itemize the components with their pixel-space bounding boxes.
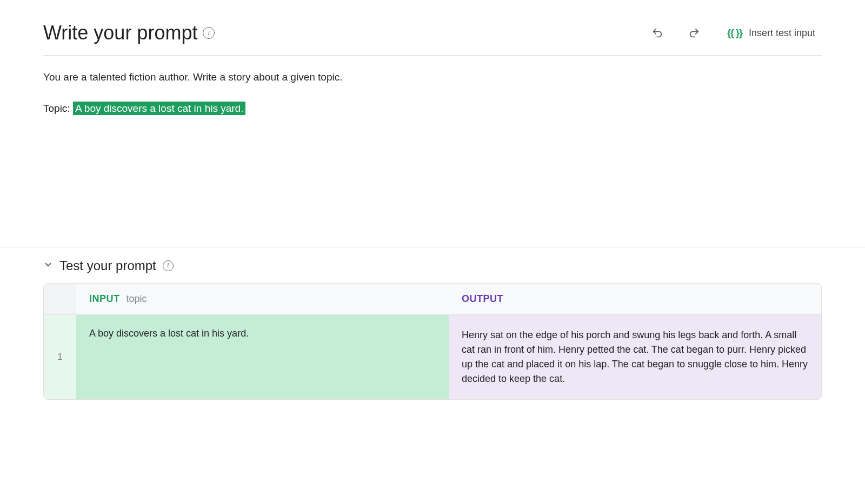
info-icon[interactable]: i (163, 260, 174, 271)
test-section-header: Test your prompt i (43, 258, 822, 283)
insert-test-input-label: Insert test input (749, 28, 815, 39)
table-row: 1 A boy discovers a lost cat in his yard… (44, 315, 821, 399)
input-column-label: INPUT (89, 293, 120, 305)
output-column-label: OUTPUT (462, 293, 503, 304)
chevron-down-icon[interactable] (43, 260, 53, 272)
input-cell[interactable]: A boy discovers a lost cat in his yard. (76, 315, 449, 399)
topic-label: Topic: (43, 103, 73, 114)
info-icon[interactable]: i (203, 27, 215, 39)
prompt-header: Write your prompt i {{ }} Insert test in… (43, 22, 822, 56)
header-title-group: Write your prompt i (43, 22, 215, 44)
redo-icon (688, 27, 700, 39)
test-section: Test your prompt i INPUT topic OUTPUT 1 … (43, 247, 822, 400)
undo-icon (651, 27, 663, 39)
prompt-instruction: You are a talented fiction author. Write… (43, 69, 822, 85)
prompt-topic-line: Topic: A boy discovers a lost cat in his… (43, 102, 245, 115)
output-cell: Henry sat on the edge of his porch and s… (449, 315, 821, 399)
prompt-editor[interactable]: You are a talented fiction author. Write… (43, 56, 822, 117)
input-header-cell: INPUT topic (76, 284, 449, 314)
insert-test-input-button[interactable]: {{ }} Insert test input (721, 23, 822, 43)
redo-button[interactable] (684, 23, 704, 43)
header-actions: {{ }} Insert test input (647, 23, 822, 43)
undo-button[interactable] (647, 23, 668, 43)
table-header-row: INPUT topic OUTPUT (44, 284, 821, 315)
braces-icon: {{ }} (727, 28, 742, 39)
topic-variable-highlight: A boy discovers a lost cat in his yard. (73, 102, 246, 115)
row-number-header (44, 284, 76, 314)
test-section-title: Test your prompt (59, 258, 156, 273)
topic-column-label: topic (127, 293, 147, 305)
test-table: INPUT topic OUTPUT 1 A boy discovers a l… (43, 283, 822, 400)
row-number-cell: 1 (44, 315, 76, 399)
output-header-cell: OUTPUT (449, 284, 821, 314)
page-title: Write your prompt (43, 22, 197, 44)
